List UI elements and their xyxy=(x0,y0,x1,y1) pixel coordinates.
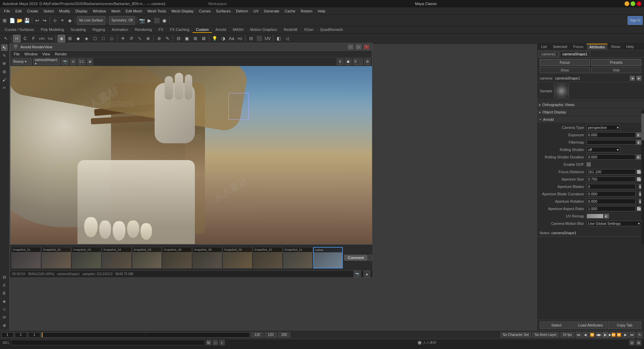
side-icon-extra-a[interactable]: ◈ xyxy=(1,298,8,305)
sec-icon-res2[interactable]: ⬛ xyxy=(256,35,263,42)
filtermap-field[interactable] xyxy=(587,140,636,145)
sec-icon-hist[interactable]: H xyxy=(13,35,20,42)
tab-fx-caching[interactable]: FX Caching xyxy=(167,27,193,33)
aperture-size-input[interactable] xyxy=(587,177,636,182)
render-region-btn[interactable]: ⊡ xyxy=(70,58,76,65)
toolbar-icon-select[interactable]: ⊹ xyxy=(52,17,58,24)
abc-input[interactable] xyxy=(587,191,636,197)
menu-uv[interactable]: UV xyxy=(251,8,261,14)
sec-icon-ft[interactable]: F xyxy=(30,35,37,42)
menu-help[interactable]: Help xyxy=(315,8,328,14)
focus-distance-input[interactable] xyxy=(587,169,636,174)
status-cam-icon[interactable]: 📷 xyxy=(354,271,361,278)
menu-display[interactable]: Display xyxy=(73,8,90,14)
comment-tab[interactable]: Comment xyxy=(344,255,368,261)
snapshot-11[interactable]: Snapshot_11 xyxy=(283,247,313,268)
sec-icon-wire[interactable]: ⊞ xyxy=(192,35,199,42)
status-icon-close[interactable]: × xyxy=(219,340,225,345)
menu-mesh[interactable]: Mesh xyxy=(109,8,123,14)
ar-input[interactable] xyxy=(587,199,636,204)
snapshot-6[interactable]: Snapshot_06 xyxy=(162,247,192,268)
tab-xgen[interactable]: XGen xyxy=(301,27,317,33)
tab-rigging[interactable]: Rigging xyxy=(89,27,108,33)
toolbar-icon-save[interactable]: 💾 xyxy=(23,17,30,24)
sec-icon-grid[interactable]: ⊞ xyxy=(66,35,73,42)
sec-icon-snap4[interactable]: □ xyxy=(100,35,107,42)
sec-icon-isolate[interactable]: ⊟ xyxy=(175,35,182,42)
rsd-reset[interactable]: ◧ xyxy=(636,155,641,159)
timeline-end2[interactable]: 200 xyxy=(278,332,290,338)
cam-icon-settings[interactable]: ▶ xyxy=(637,76,641,81)
tab-rendering[interactable]: Rendering xyxy=(131,27,155,33)
status-right-1[interactable]: ⊟ xyxy=(629,340,635,345)
play-btn[interactable]: ▶ xyxy=(602,332,608,338)
side-icon-paint2[interactable]: 🖌 xyxy=(1,77,8,83)
next-frame-btn[interactable]: ▶ xyxy=(623,332,629,338)
tab-poly-modeling[interactable]: Poly Modeling xyxy=(37,27,67,33)
sec-icon-snap1[interactable]: ◆ xyxy=(74,35,82,42)
menu-create[interactable]: Create xyxy=(24,8,41,14)
fps-display[interactable]: 24 fps xyxy=(560,332,574,338)
sec-icon-cp[interactable]: C xyxy=(21,35,29,42)
symmetry-off-btn[interactable]: Symmetry: Off xyxy=(109,16,135,25)
cam-tab-camera1[interactable]: camera1 xyxy=(538,51,559,57)
go-start-btn[interactable]: ⏮ xyxy=(576,332,582,338)
enable-dof-checkbox[interactable]: ✓ xyxy=(587,162,591,166)
rp-arnold-header[interactable]: ▼ Arnold xyxy=(537,116,644,123)
rp-tab-show[interactable]: Show xyxy=(608,44,623,49)
snapshot-2[interactable]: Snapshot_02 xyxy=(42,247,71,268)
snapshot-5[interactable]: Snapshot_05 xyxy=(132,247,162,268)
sec-icon-lra[interactable]: LRA xyxy=(38,35,46,42)
sec-icon-aa[interactable]: Aa xyxy=(228,35,235,42)
load-attributes-button[interactable]: Load Attributes xyxy=(574,321,607,329)
presets-button[interactable]: Presets xyxy=(591,59,642,66)
sec-icon-softmod[interactable]: ⊚ xyxy=(155,35,163,42)
mel-input[interactable] xyxy=(11,340,205,345)
menu-deform[interactable]: Deform xyxy=(233,8,251,14)
side-icon-extra-c[interactable]: ⟳ xyxy=(1,314,8,321)
status-right-2[interactable]: ⊞ xyxy=(636,340,641,345)
render-menu-view[interactable]: View xyxy=(40,51,52,57)
toolbar-icon-open[interactable]: 📂 xyxy=(16,17,23,24)
aar-input[interactable] xyxy=(587,206,636,211)
aperture-blades-input[interactable] xyxy=(587,184,636,189)
menu-surfaces[interactable]: Surfaces xyxy=(213,8,233,14)
sec-icon-snap3[interactable]: ⬡ xyxy=(91,35,99,42)
snapshot-1[interactable]: Snapshot_01 xyxy=(11,247,41,268)
sec-icon-shading[interactable]: ▣ xyxy=(183,35,191,42)
toolbar-icon-paint[interactable]: ◈ xyxy=(66,17,73,24)
side-icon-extra-d[interactable]: ⊕ xyxy=(1,322,8,329)
sign-in-btn[interactable]: Sign In xyxy=(628,16,643,25)
toolbar-icon-lasso[interactable]: ⌖ xyxy=(59,17,66,24)
rp-objdisplay-header[interactable]: ▶ Object Display xyxy=(537,109,644,115)
prev-frame-btn[interactable]: ◀ xyxy=(582,332,588,338)
rolling-shutter-dropdown[interactable]: off ▾ xyxy=(587,147,620,152)
rp-tab-help[interactable]: Help xyxy=(624,44,637,49)
timeline-end[interactable]: 120 xyxy=(251,332,263,338)
toolbar-icon-new[interactable]: 📄 xyxy=(9,17,15,24)
sec-icon-res1[interactable]: ⊟ xyxy=(247,35,255,42)
menu-mesh-display[interactable]: Mesh Display xyxy=(169,8,196,14)
timeline-frame-input[interactable]: 1 xyxy=(28,332,40,338)
prev-key-btn[interactable]: ⏪ xyxy=(589,332,595,338)
tab-curves-surfaces[interactable]: Curves / Surfaces xyxy=(1,27,37,33)
tab-fx[interactable]: FX xyxy=(155,27,167,33)
toolbar-icon-stop[interactable]: ⬛ xyxy=(154,17,160,24)
toolbar-icon-ipr[interactable]: ◉ xyxy=(161,17,168,24)
tab-mash[interactable]: MASH xyxy=(229,27,247,33)
go-end-btn[interactable]: ⏭ xyxy=(629,332,635,338)
next-key-btn[interactable]: ⏩ xyxy=(616,332,622,338)
menu-edit-mesh[interactable]: Edit Mesh xyxy=(123,8,145,14)
hide-button[interactable]: Hide xyxy=(591,67,642,73)
play-fwd-btn[interactable]: ▶⏩ xyxy=(609,332,615,338)
render-pause-btn[interactable]: ⏸ xyxy=(337,58,343,65)
play-back-btn[interactable]: ◀▶ xyxy=(596,332,602,338)
snapshot-12[interactable]: Active xyxy=(313,247,343,268)
render-maximize-btn[interactable]: □ xyxy=(356,45,361,49)
tab-quadremesh[interactable]: QuadRemesh xyxy=(317,27,346,33)
no-anim-layer[interactable]: No Anim Layer xyxy=(532,332,559,338)
sec-icon-hq[interactable]: HQ xyxy=(236,35,244,42)
tab-sculpting[interactable]: Sculpting xyxy=(67,27,89,33)
toolbar-icon-redo[interactable]: ↪ xyxy=(41,17,48,24)
minimize-button[interactable]: ─ xyxy=(625,1,629,6)
